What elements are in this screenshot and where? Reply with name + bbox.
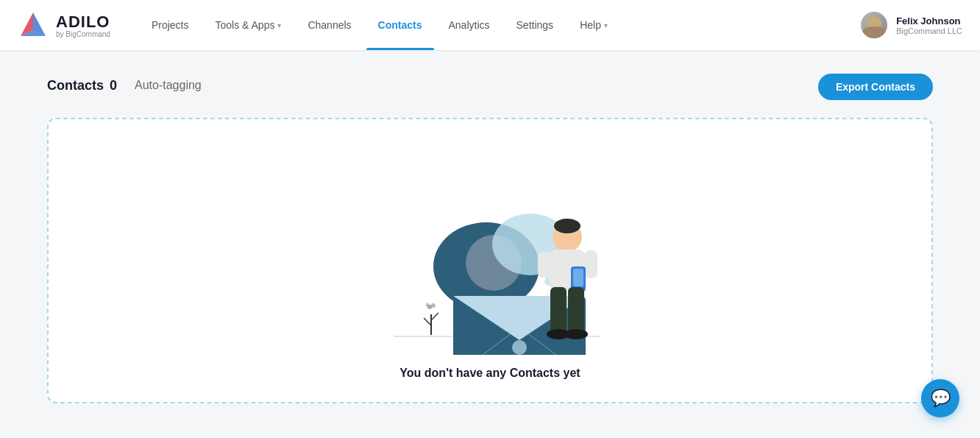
logo-text: ADILO by BigCommand bbox=[56, 13, 110, 38]
navbar: ADILO by BigCommand Projects Tools & App… bbox=[0, 0, 980, 50]
tab-contacts[interactable]: Contacts 0 bbox=[47, 78, 117, 96]
nav-link-analytics[interactable]: Analytics bbox=[437, 0, 502, 50]
user-company: BigCommand LLC bbox=[896, 27, 962, 35]
svg-point-31 bbox=[564, 329, 588, 339]
avatar bbox=[861, 12, 887, 38]
empty-state-text: You don't have any Contacts yet bbox=[400, 367, 580, 387]
svg-point-20 bbox=[512, 340, 527, 355]
logo-sub-text: by BigCommand bbox=[56, 30, 110, 38]
chevron-down-icon: ▾ bbox=[277, 21, 281, 29]
svg-rect-29 bbox=[568, 287, 584, 333]
tab-autotagging[interactable]: Auto-tagging bbox=[135, 79, 202, 95]
user-info: Felix Johnson BigCommand LLC bbox=[896, 15, 962, 35]
adilo-logo-icon bbox=[18, 10, 49, 40]
empty-state-card: You don't have any Contacts yet bbox=[47, 118, 933, 403]
tabs-left: Contacts 0 Auto-tagging bbox=[47, 78, 202, 96]
logo[interactable]: ADILO by BigCommand bbox=[18, 10, 110, 40]
nav-link-contacts[interactable]: Contacts bbox=[366, 0, 434, 50]
page-content: Contacts 0 Auto-tagging Export Contacts bbox=[0, 50, 980, 438]
svg-rect-28 bbox=[550, 287, 567, 333]
user-profile-area: Felix Johnson BigCommand LLC bbox=[861, 12, 962, 38]
svg-rect-27 bbox=[573, 269, 583, 286]
chat-icon: 💬 bbox=[931, 389, 951, 408]
nav-link-settings[interactable]: Settings bbox=[505, 0, 566, 50]
logo-main-text: ADILO bbox=[56, 13, 110, 32]
svg-rect-24 bbox=[538, 252, 551, 278]
nav-links: Projects Tools & Apps ▾ Channels Contact… bbox=[140, 0, 861, 50]
nav-link-channels[interactable]: Channels bbox=[296, 0, 363, 50]
chevron-down-icon-help: ▾ bbox=[604, 21, 608, 29]
empty-state-illustration bbox=[350, 149, 630, 355]
svg-rect-25 bbox=[584, 250, 597, 278]
svg-line-5 bbox=[424, 318, 431, 325]
svg-point-22 bbox=[554, 219, 580, 233]
illustration-area bbox=[49, 119, 931, 355]
nav-link-help[interactable]: Help ▾ bbox=[568, 0, 619, 50]
svg-point-8 bbox=[431, 303, 436, 308]
nav-link-projects[interactable]: Projects bbox=[140, 0, 201, 50]
user-name: Felix Johnson bbox=[896, 15, 962, 27]
export-contacts-button[interactable]: Export Contacts bbox=[818, 74, 933, 100]
svg-line-6 bbox=[431, 313, 438, 320]
nav-link-tools[interactable]: Tools & Apps ▾ bbox=[204, 0, 294, 50]
chat-fab-button[interactable]: 💬 bbox=[921, 379, 959, 417]
tabs-row: Contacts 0 Auto-tagging Export Contacts bbox=[47, 74, 933, 100]
svg-point-9 bbox=[426, 303, 430, 307]
